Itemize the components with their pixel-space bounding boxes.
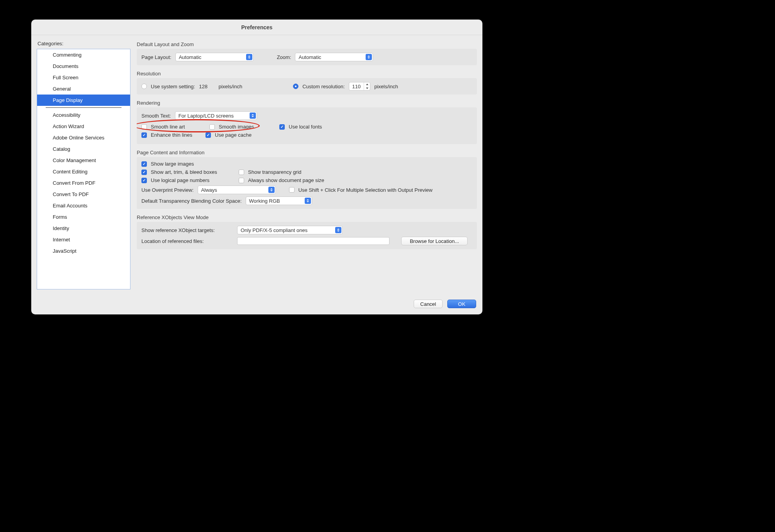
stepper-arrows-icon[interactable] <box>364 82 370 90</box>
radio-custom-resolution[interactable] <box>293 84 298 89</box>
category-content-editing[interactable]: Content Editing <box>37 166 130 177</box>
checkbox-always-show-size[interactable] <box>239 178 244 183</box>
main-panel: Default Layout and Zoom Page Layout: Aut… <box>137 41 477 289</box>
shift-click-label: Use Shift + Click For Multiple Selection… <box>298 187 433 193</box>
category-javascript[interactable]: JavaScript <box>37 245 130 257</box>
checkbox-smooth-images[interactable] <box>209 124 215 130</box>
category-color-management[interactable]: Color Management <box>37 155 130 166</box>
zoom-value: Automatic <box>298 54 321 60</box>
panel-rendering: Smooth Text: For Laptop/LCD screens Smoo… <box>137 107 477 144</box>
updown-icon <box>305 198 311 204</box>
category-forms[interactable]: Forms <box>37 211 130 223</box>
custom-resolution-value: 110 <box>349 82 364 90</box>
checkbox-use-page-cache[interactable] <box>205 132 211 138</box>
ok-button[interactable]: OK <box>447 300 476 308</box>
system-setting-label: Use system setting: <box>151 84 195 89</box>
updown-icon <box>335 227 341 233</box>
checkbox-show-transparency-grid[interactable] <box>239 170 244 175</box>
browse-location-label: Browse for Location... <box>410 238 459 244</box>
xobject-targets-select[interactable]: Only PDF/X-5 compliant ones <box>237 226 343 234</box>
page-layout-label: Page Layout: <box>141 54 171 60</box>
category-identity[interactable]: Identity <box>37 223 130 234</box>
show-large-images-label: Show large images <box>151 161 194 167</box>
enhance-thin-lines-label: Enhance thin lines <box>151 132 202 138</box>
blending-value: Working RGB <box>249 198 280 204</box>
overprint-select[interactable]: Always <box>198 186 276 194</box>
category-accessibility[interactable]: Accessibility <box>37 109 130 121</box>
checkbox-use-logical-pages[interactable] <box>141 178 147 183</box>
custom-unit: pixels/inch <box>374 84 398 89</box>
preferences-window: Preferences Categories: Commenting Docum… <box>31 20 482 314</box>
checkbox-show-large-images[interactable] <box>141 161 147 167</box>
category-documents[interactable]: Documents <box>37 61 130 72</box>
show-boxes-label: Show art, trim, & bleed boxes <box>151 169 235 175</box>
ok-label: OK <box>458 301 466 307</box>
use-local-fonts-label: Use local fonts <box>289 124 322 130</box>
section-layout-title: Default Layout and Zoom <box>137 41 477 47</box>
updown-icon <box>246 54 252 60</box>
xobject-targets-label: Show reference XObject targets: <box>141 227 233 233</box>
browse-location-button[interactable]: Browse for Location... <box>401 237 468 245</box>
show-transparency-grid-label: Show transparency grid <box>248 169 302 175</box>
use-logical-pages-label: Use logical page numbers <box>151 177 235 183</box>
always-show-size-label: Always show document page size <box>248 177 324 183</box>
smooth-images-label: Smooth images <box>219 124 262 130</box>
custom-resolution-label: Custom resolution: <box>302 84 345 89</box>
category-internet[interactable]: Internet <box>37 234 130 245</box>
overprint-label: Use Overprint Preview: <box>141 187 194 193</box>
category-email-accounts[interactable]: Email Accounts <box>37 200 130 211</box>
blending-label: Default Transparency Blending Color Spac… <box>141 198 242 204</box>
category-list[interactable]: Commenting Documents Full Screen General… <box>37 49 130 289</box>
page-layout-value: Automatic <box>179 54 202 60</box>
smooth-text-select[interactable]: For Laptop/LCD screens <box>175 111 257 120</box>
updown-icon <box>250 112 256 119</box>
category-general[interactable]: General <box>37 83 130 95</box>
panel-page-content: Show large images Show art, trim, & blee… <box>137 157 477 209</box>
smooth-line-art-label: Smooth line art <box>151 124 194 130</box>
category-action-wizard[interactable]: Action Wizard <box>37 121 130 132</box>
system-unit: pixels/inch <box>218 84 242 89</box>
updown-icon <box>268 187 275 193</box>
category-catalog[interactable]: Catalog <box>37 143 130 155</box>
section-page-content-title: Page Content and Information <box>137 150 477 155</box>
checkbox-shift-click[interactable] <box>289 187 295 193</box>
section-xobjects-title: Reference XObjects View Mode <box>137 214 477 220</box>
window-title: Preferences <box>241 24 272 30</box>
category-divider <box>46 107 121 108</box>
content-area: Categories: Commenting Documents Full Sc… <box>31 35 482 295</box>
custom-resolution-stepper[interactable]: 110 <box>349 82 371 91</box>
panel-resolution: Use system setting: 128 pixels/inch Cust… <box>137 78 477 95</box>
use-page-cache-label: Use page cache <box>215 132 252 138</box>
category-convert-from-pdf[interactable]: Convert From PDF <box>37 177 130 189</box>
category-commenting[interactable]: Commenting <box>37 49 130 61</box>
section-resolution-title: Resolution <box>137 71 477 77</box>
xobject-location-label: Location of referenced files: <box>141 238 233 244</box>
category-convert-to-pdf[interactable]: Convert To PDF <box>37 189 130 200</box>
smooth-text-label: Smooth Text: <box>141 113 171 119</box>
system-setting-value: 128 <box>199 84 214 89</box>
blending-select[interactable]: Working RGB <box>246 196 312 205</box>
checkbox-use-local-fonts[interactable] <box>279 124 285 130</box>
zoom-label: Zoom: <box>277 54 291 60</box>
window-titlebar: Preferences <box>31 20 482 35</box>
panel-xobjects: Show reference XObject targets: Only PDF… <box>137 222 477 249</box>
category-adobe-online[interactable]: Adobe Online Services <box>37 132 130 143</box>
radio-system-setting[interactable] <box>141 84 147 89</box>
category-page-display[interactable]: Page Display <box>37 95 130 106</box>
smooth-text-value: For Laptop/LCD screens <box>179 113 234 119</box>
page-layout-select[interactable]: Automatic <box>175 53 254 61</box>
sidebar: Categories: Commenting Documents Full Sc… <box>37 41 130 289</box>
xobject-location-field[interactable] <box>237 237 389 245</box>
checkbox-enhance-thin-lines[interactable] <box>141 132 147 138</box>
category-full-screen[interactable]: Full Screen <box>37 72 130 83</box>
categories-label: Categories: <box>37 41 130 46</box>
cancel-button[interactable]: Cancel <box>414 300 443 308</box>
checkbox-smooth-line-art[interactable] <box>141 124 147 130</box>
checkbox-show-boxes[interactable] <box>141 170 147 175</box>
dialog-footer: Cancel OK <box>31 295 482 314</box>
xobject-targets-value: Only PDF/X-5 compliant ones <box>241 227 307 233</box>
overprint-value: Always <box>201 187 217 193</box>
cancel-label: Cancel <box>420 301 436 307</box>
updown-icon <box>366 54 372 60</box>
zoom-select[interactable]: Automatic <box>295 53 373 61</box>
